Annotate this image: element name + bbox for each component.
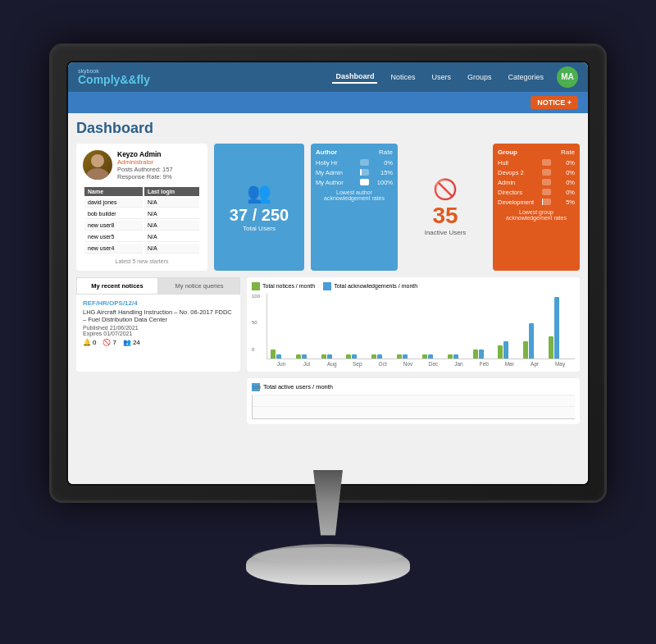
group-name-2: Admin: [498, 179, 539, 186]
dashboard-title: Dashboard: [76, 120, 580, 137]
bar-group: [271, 349, 294, 359]
chart-month-label: Nov: [397, 361, 420, 367]
bell-icon: 🔔: [83, 339, 91, 346]
chart-month-label: Dec: [422, 361, 445, 367]
chart-month-label: Jan: [447, 361, 470, 367]
inactive-label: Inactive Users: [425, 229, 467, 236]
bar-container-1: [360, 169, 369, 176]
brand-name: Comply&&fly: [78, 74, 150, 85]
col-login: Last login: [144, 187, 199, 196]
middle-row: My recent notices My notice queries REF/…: [76, 277, 580, 372]
user-count: 7: [112, 339, 116, 346]
author-row: My Author 100%: [316, 179, 393, 186]
group-name-1: Devops 2: [498, 169, 539, 176]
brand: skybook Comply&&fly: [78, 68, 150, 85]
inactive-icon: 🚫: [433, 178, 458, 201]
legend-green-color: [252, 282, 260, 290]
group-name-3: Directors: [498, 189, 539, 196]
brand-suffix: &fly: [128, 73, 149, 86]
group-row: Admin 0%: [498, 179, 575, 186]
bar-group: [321, 354, 344, 359]
total-users-card: 👥 37 / 250 Total Users: [214, 144, 304, 271]
legend-green: Total notices / month: [252, 282, 315, 290]
active-users-title: Total active users / month: [252, 383, 575, 391]
col-name: Name: [84, 187, 143, 196]
bottom-row: Total active users / month 100: [76, 378, 580, 424]
active-users-chart: Total active users / month 100: [247, 378, 580, 424]
user-name: bob builder: [84, 209, 143, 219]
notice-published: Published 21/06/2021: [83, 325, 234, 331]
bar-group: [448, 354, 471, 359]
profile-header: Keyzo Admin Administrator Posts Authored…: [83, 150, 201, 180]
bar-group: [346, 354, 369, 359]
green-bar: [448, 354, 453, 359]
group-rates-card: Group Rate Hull 0% Devops 2: [493, 144, 580, 271]
rate-val-0: 0%: [372, 159, 393, 167]
author-title: Author: [316, 148, 337, 156]
y-label-0: 0: [252, 347, 260, 352]
user-name: new user8: [84, 221, 143, 231]
notice-badges: 🔔 0 🚫 7 👥 24: [83, 339, 234, 346]
top-nav: skybook Comply&&fly Dashboard Notices Us…: [68, 62, 588, 92]
table-row: new user4 N/A: [84, 244, 199, 253]
legend-blue-label: Total acknowledgements / month: [334, 283, 417, 289]
svg-point-0: [91, 154, 104, 167]
blue-bar: [352, 354, 357, 359]
group-rate-2: 0%: [554, 179, 575, 186]
nav-dashboard[interactable]: Dashboard: [332, 71, 377, 84]
table-row: new user5 N/A: [84, 232, 199, 242]
notice-item: REF/HR/OPS/12/4 LHG Aircraft Handling In…: [76, 295, 240, 351]
svg-point-1: [86, 168, 109, 180]
chart-month-label: Mar: [498, 361, 521, 367]
author-row: Holly Hr 0%: [316, 159, 393, 167]
green-bar: [271, 349, 276, 359]
chart-month-label: Feb: [472, 361, 495, 367]
profile-card: Keyzo Admin Administrator Posts Authored…: [76, 144, 207, 271]
group-row: Hull 0%: [498, 159, 575, 167]
green-bar: [523, 341, 528, 359]
group-bar-0: [542, 159, 551, 166]
table-row: david jones N/A: [84, 198, 199, 208]
blue-bar: [327, 354, 332, 359]
group-rate-1: 0%: [554, 169, 575, 176]
tab-recent-notices[interactable]: My recent notices: [76, 277, 158, 295]
table-row: bob builder N/A: [84, 209, 199, 219]
total-users-number: 37 / 250: [230, 206, 289, 225]
nav-categories[interactable]: Categories: [504, 71, 547, 83]
author-footer: Lowest author acknowledgement rates: [316, 190, 393, 201]
chart-month-label: Jun: [270, 361, 293, 367]
table-row: new user8 N/A: [84, 221, 199, 231]
blue-bar: [403, 354, 408, 359]
nav-groups[interactable]: Groups: [464, 71, 495, 83]
active-label: Total active users / month: [263, 383, 333, 391]
notice-button[interactable]: NOTICE +: [531, 96, 578, 109]
rate-val-1: 15%: [372, 169, 393, 176]
bar-group: [422, 354, 445, 359]
avatar[interactable]: MA: [557, 66, 578, 88]
inactive-users-card: 🚫 35 Inactive Users: [404, 144, 486, 271]
user-badge: 🚫 7: [102, 339, 116, 346]
profile-posts: Posts Authored: 157: [117, 166, 173, 173]
bar-group: [523, 323, 546, 359]
blue-bar: [276, 354, 281, 359]
nav-users[interactable]: Users: [428, 71, 454, 83]
nav-links: Dashboard Notices Users Groups Categorie…: [332, 66, 578, 88]
rate-val-2: 100%: [372, 179, 393, 186]
notice-ref[interactable]: REF/HR/OPS/12/4: [83, 299, 234, 307]
nav-notices[interactable]: Notices: [387, 71, 418, 83]
bar-group: [498, 341, 521, 359]
bar-group: [549, 297, 572, 359]
y-label-50: 50: [252, 320, 260, 325]
group-rate-0: 0%: [554, 159, 575, 167]
group-bar-4: [542, 199, 551, 205]
monitor-body: skybook Comply&&fly Dashboard Notices Us…: [49, 43, 607, 503]
group-icon: 👥: [123, 339, 131, 346]
group-row: Development 5%: [498, 199, 575, 206]
tab-notice-queries[interactable]: My notice queries: [158, 277, 240, 295]
group-bar-3: [542, 189, 551, 195]
chart-section: Total notices / month Total acknowledgem…: [247, 277, 580, 372]
bell-count: 0: [93, 339, 96, 346]
blue-bar: [529, 323, 534, 359]
profile-role: Administrator: [117, 158, 173, 166]
user-slash-icon: 🚫: [102, 339, 111, 346]
